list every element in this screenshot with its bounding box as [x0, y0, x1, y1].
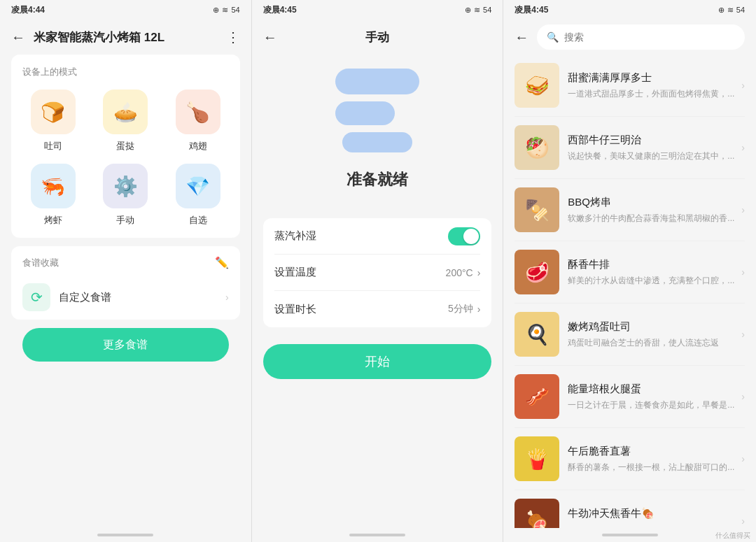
recipe-item-5[interactable]: 🍳 嫩烤鸡蛋吐司 鸡蛋吐司融合芝士的香甜，使人流连忘返 ›: [514, 304, 745, 366]
battery-icon-2: 54: [483, 6, 491, 14]
recipe-name-3: BBQ烤串: [568, 196, 736, 209]
status-time-2: 凌晨4:45: [263, 4, 297, 16]
start-button[interactable]: 开始: [263, 344, 492, 379]
duration-value-text: 5分钟: [448, 303, 473, 315]
duration-value: 5分钟 ›: [448, 303, 480, 315]
recipe-thumb-2: 🥙: [514, 125, 559, 170]
recipe-favorites-section: 食谱收藏 ✏️ ⟳ 自定义食谱 ›: [11, 246, 240, 320]
steam-label: 蒸汽补湿: [274, 229, 316, 243]
mode-item-cake[interactable]: 🥧 蛋挞: [95, 90, 157, 152]
search-icon: 🔍: [547, 31, 559, 43]
app-header-2: ← 手动: [252, 20, 503, 55]
status-bar-2: 凌晨4:45 ⊕ ≋ 54: [252, 0, 503, 20]
bluetooth-icon: ⊕: [213, 6, 219, 15]
recipe-list: 🥪 甜蜜满满厚厚多士 一道港式甜品厚多士，外面面包烤得焦黄，... › 🥙 西部…: [503, 55, 756, 528]
mode-label-manual: 手动: [116, 214, 134, 227]
mode-icon-chicken: 🍗: [176, 90, 220, 134]
mode-item-toast[interactable]: 🍞 吐司: [22, 90, 84, 152]
wifi-icon-3: ≋: [727, 6, 734, 15]
mode-grid: 🍞 吐司 🥧 蛋挞 🍗 鸡翅 🦐 烤虾 ⚙️ 手动: [22, 90, 229, 227]
duration-setting[interactable]: 设置时长 5分钟 ›: [274, 291, 481, 327]
ready-text: 准备就绪: [346, 169, 408, 190]
wifi-icon: ≋: [222, 6, 228, 15]
ai-blob-bot: [342, 132, 412, 152]
temp-value-text: 200°C: [446, 267, 473, 278]
recipe-thumb-3: 🍢: [514, 187, 559, 232]
custom-recipe-item[interactable]: ⟳ 自定义食谱 ›: [11, 275, 240, 320]
mode-icon-toast: 🍞: [31, 90, 76, 134]
app-header-3: ← 🔍: [503, 20, 756, 55]
mode-item-shrimp[interactable]: 🦐 烤虾: [22, 164, 84, 227]
recipe-thumb-1: 🥪: [514, 63, 559, 108]
recipe-item-3[interactable]: 🍢 BBQ烤串 软嫩多汁的牛肉配合蒜香海盐和黑胡椒的香... ›: [514, 179, 745, 241]
status-icons-2: ⊕ ≋ 54: [465, 6, 491, 15]
recipe-desc-6: 一日之计在于晨，连餐食亦是如此，早餐是...: [568, 399, 736, 411]
watermark: 什么值得买: [715, 531, 750, 541]
back-button-3[interactable]: ←: [514, 29, 528, 45]
mode-item-chicken[interactable]: 🍗 鸡翅: [167, 90, 229, 152]
recipe-desc-7: 酥香的薯条，一根接一根，沾上酸甜可口的...: [568, 462, 736, 473]
recipe-thumb-8: 🍖: [514, 499, 559, 528]
recipe-desc-4: 鲜美的汁水从齿缝中渗透，充满整个口腔，...: [568, 275, 736, 287]
more-recipes-button[interactable]: 更多食谱: [22, 328, 229, 362]
recipe-info-4: 酥香牛排 鲜美的汁水从齿缝中渗透，充满整个口腔，...: [568, 258, 736, 287]
recipe-item-7[interactable]: 🍟 午后脆香直薯 酥香的薯条，一根接一根，沾上酸甜可口的... ›: [514, 428, 745, 490]
recipe-desc-1: 一道港式甜品厚多士，外面面包烤得焦黄，...: [568, 88, 736, 100]
page-title-2: 手动: [286, 29, 470, 45]
recipe-item-6[interactable]: 🥓 能量培根火腿蛋 一日之计在于晨，连餐食亦是如此，早餐是... ›: [514, 366, 745, 428]
back-button-1[interactable]: ←: [11, 29, 25, 45]
mode-icon-cake: 🥧: [103, 90, 148, 134]
status-bar-3: 凌晨4:45 ⊕ ≋ 54: [503, 0, 756, 20]
mode-icon-manual: ⚙️: [103, 164, 148, 208]
mode-label-chicken: 鸡翅: [189, 140, 207, 152]
bottom-bar-3: 什么值得买: [503, 528, 756, 542]
custom-recipe-label: 自定义食谱: [59, 291, 225, 304]
recipe-header: 食谱收藏 ✏️: [11, 246, 240, 275]
panel2-body: 准备就绪 蒸汽补湿 设置温度 200°C › 设置时长 5分钟 ›: [252, 55, 503, 528]
steam-setting[interactable]: 蒸汽补湿: [274, 218, 481, 255]
mode-item-manual[interactable]: ⚙️ 手动: [95, 164, 157, 227]
bottom-bar-1: [0, 528, 251, 542]
temp-label: 设置温度: [274, 266, 316, 279]
recipe-info-3: BBQ烤串 软嫩多汁的牛肉配合蒜香海盐和黑胡椒的香...: [568, 196, 736, 224]
recipe-item-2[interactable]: 🥙 西部牛仔三明治 说起快餐，美味又健康的三明治定在其中，... ›: [514, 117, 745, 179]
mode-label-cake: 蛋挞: [116, 140, 134, 152]
recipe-chevron-2: ›: [741, 142, 745, 153]
recipe-thumb-6: 🥓: [514, 374, 559, 419]
wifi-icon-2: ≋: [474, 6, 480, 15]
temp-value: 200°C ›: [446, 267, 481, 278]
more-button-1[interactable]: ⋮: [226, 29, 240, 45]
recipe-thumb-4: 🥩: [514, 250, 559, 294]
recipe-name-2: 西部牛仔三明治: [568, 134, 736, 147]
modes-section: 设备上的模式 🍞 吐司 🥧 蛋挞 🍗 鸡翅 🦐 烤虾: [11, 55, 240, 238]
search-container[interactable]: 🔍: [537, 24, 745, 50]
recipe-chevron-5: ›: [741, 329, 745, 340]
mode-label-shrimp: 烤虾: [44, 214, 62, 227]
duration-label: 设置时长: [274, 303, 316, 316]
home-indicator-1: [97, 534, 153, 536]
bluetooth-icon-2: ⊕: [465, 6, 471, 15]
edit-icon[interactable]: ✏️: [215, 256, 229, 269]
duration-chevron: ›: [477, 304, 481, 315]
recipe-desc-5: 鸡蛋吐司融合芝士的香甜，使人流连忘返: [568, 337, 736, 349]
modes-section-title: 设备上的模式: [22, 66, 229, 78]
recipe-favorites-title: 食谱收藏: [22, 257, 59, 269]
steam-toggle[interactable]: [448, 227, 480, 245]
status-icons-1: ⊕ ≋ 54: [213, 6, 239, 15]
recipe-desc-2: 说起快餐，美味又健康的三明治定在其中，...: [568, 150, 736, 162]
recipe-item-1[interactable]: 🥪 甜蜜满满厚厚多士 一道港式甜品厚多士，外面面包烤得焦黄，... ›: [514, 55, 745, 117]
back-button-2[interactable]: ←: [263, 29, 277, 45]
ai-blob-mid: [335, 101, 395, 124]
battery-icon: 54: [231, 6, 239, 14]
recipe-name-1: 甜蜜满满厚厚多士: [568, 71, 736, 85]
ai-blob-top: [335, 69, 419, 94]
status-time-1: 凌晨4:44: [11, 4, 45, 16]
panel1-content: 设备上的模式 🍞 吐司 🥧 蛋挞 🍗 鸡翅 🦐 烤虾: [0, 55, 251, 528]
temp-setting[interactable]: 设置温度 200°C ›: [274, 255, 481, 291]
mode-item-custom[interactable]: 💎 自选: [167, 164, 229, 227]
recipe-info-6: 能量培根火腿蛋 一日之计在于晨，连餐食亦是如此，早餐是...: [568, 383, 736, 411]
recipe-info-5: 嫩烤鸡蛋吐司 鸡蛋吐司融合芝士的香甜，使人流连忘返: [568, 320, 736, 349]
recipe-item-8[interactable]: 🍖 牛劲冲天焦香牛🍖 ... ›: [514, 490, 745, 528]
recipe-item-4[interactable]: 🥩 酥香牛排 鲜美的汁水从齿缝中渗透，充满整个口腔，... ›: [514, 241, 745, 304]
search-input[interactable]: [564, 31, 735, 43]
